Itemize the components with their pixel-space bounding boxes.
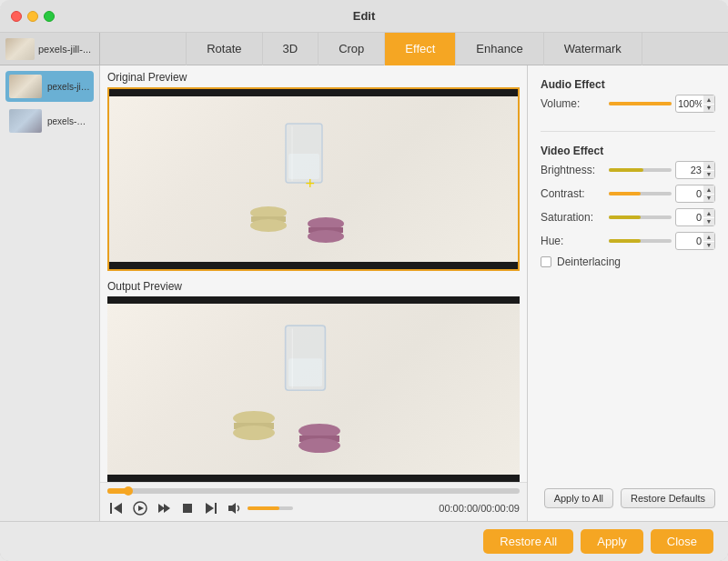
brightness-down-button[interactable]: ▼ [703, 171, 714, 179]
apply-to-all-button[interactable]: Apply to All [544, 488, 613, 508]
original-preview-label: Original Preview [100, 65, 527, 87]
tab-watermark[interactable]: Watermark [544, 33, 642, 65]
contrast-spinner-arrows: ▲ ▼ [703, 185, 714, 202]
maximize-window-button[interactable] [44, 11, 55, 22]
sidebar-thumb-2 [9, 109, 42, 133]
file-name-1: pexels-jill-... [38, 44, 91, 55]
apply-button[interactable]: Apply [581, 529, 643, 554]
volume-row: Volume: ▲ ▼ [541, 95, 715, 113]
hue-up-button[interactable]: ▲ [703, 233, 714, 241]
saturation-spinner-arrows: ▲ ▼ [703, 209, 714, 225]
volume-icon[interactable] [226, 499, 244, 517]
saturation-slider-container[interactable] [609, 211, 672, 224]
hue-spinner-arrows: ▲ ▼ [703, 233, 714, 249]
progress-bar[interactable] [107, 488, 520, 494]
brightness-up-button[interactable]: ▲ [703, 162, 714, 170]
skip-end-button[interactable] [202, 499, 220, 517]
restore-defaults-button[interactable]: Restore Defaults [621, 488, 715, 508]
original-video-content: + [109, 89, 518, 269]
svg-point-8 [308, 230, 344, 243]
original-video-frame: + [107, 87, 520, 271]
tab-enhance[interactable]: Enhance [456, 33, 543, 65]
sidebar: pexels-jill-... pexels-ko... [0, 65, 100, 521]
svg-rect-24 [183, 504, 192, 513]
output-video-content [107, 296, 520, 482]
macaron-2 [306, 216, 346, 247]
output-glass-prop [280, 324, 330, 398]
brightness-fill [609, 168, 643, 172]
macaron-1 [248, 205, 288, 236]
volume-up-button[interactable]: ▲ [703, 95, 714, 104]
svg-marker-21 [138, 506, 144, 511]
contrast-up-button[interactable]: ▲ [703, 185, 714, 194]
svg-marker-22 [158, 504, 165, 513]
volume-slider[interactable] [248, 506, 293, 510]
volume-spinner-arrows: ▲ ▼ [703, 95, 714, 112]
minimize-window-button[interactable] [27, 11, 38, 22]
title-bar: Edit [0, 0, 728, 33]
contrast-row: Contrast: ▲ ▼ [541, 185, 715, 203]
contrast-fill [609, 192, 641, 195]
restore-all-button[interactable]: Restore All [483, 529, 573, 554]
svg-marker-27 [228, 503, 236, 514]
video-effect-title: Video Effect [541, 145, 715, 157]
hue-slider-container[interactable] [609, 235, 672, 247]
tab-effect[interactable]: Effect [385, 33, 456, 65]
volume-track [609, 102, 672, 105]
tab-crop[interactable]: Crop [318, 33, 385, 65]
volume-fill [248, 506, 279, 510]
traffic-lights [11, 11, 55, 22]
sidebar-thumb-1 [9, 75, 42, 98]
contrast-down-button[interactable]: ▼ [703, 195, 714, 203]
file-tab-active[interactable]: pexels-jill-... [0, 33, 100, 65]
output-macaron-1 [231, 410, 277, 445]
svg-rect-10 [288, 359, 322, 387]
close-button[interactable]: Close [651, 529, 713, 554]
progress-handle[interactable] [124, 486, 133, 496]
volume-down-button[interactable]: ▼ [703, 105, 714, 113]
saturation-label: Saturation: [541, 211, 609, 224]
main-window: Edit pexels-jill-... Rotate 3D Crop Effe… [0, 0, 728, 561]
close-window-button[interactable] [11, 11, 22, 22]
saturation-down-button[interactable]: ▼ [703, 218, 714, 226]
right-panel-spacer [541, 277, 715, 479]
deinterlacing-label: Deinterlacing [557, 255, 621, 268]
sidebar-item-2[interactable]: pexels-ko... [5, 105, 94, 136]
brightness-slider-container[interactable] [609, 164, 672, 176]
tab-rotate[interactable]: Rotate [186, 33, 262, 65]
tabs-container: Rotate 3D Crop Effect Enhance Watermark [100, 33, 728, 65]
deinterlacing-row: Deinterlacing [541, 255, 715, 268]
output-macaron-2 [297, 423, 342, 457]
volume-slider-container[interactable] [609, 97, 672, 110]
sidebar-item-1[interactable]: pexels-jill-... [5, 71, 94, 102]
contrast-slider-container[interactable] [609, 187, 672, 200]
brightness-spinner[interactable]: ▲ ▼ [675, 161, 715, 179]
saturation-up-button[interactable]: ▲ [703, 209, 714, 217]
hue-fill [609, 239, 641, 243]
saturation-row: Saturation: ▲ ▼ [541, 208, 715, 226]
svg-rect-18 [110, 503, 112, 514]
svg-rect-26 [215, 503, 217, 514]
controls-row: 00:00:00/00:00:09 [107, 499, 520, 517]
play-button[interactable] [131, 499, 149, 517]
tab-3d[interactable]: 3D [263, 33, 319, 65]
deinterlacing-checkbox[interactable] [541, 256, 551, 267]
output-preview-label: Output Preview [100, 275, 527, 296]
stop-button[interactable] [178, 499, 197, 517]
step-forward-button[interactable] [155, 499, 173, 517]
volume-spinner[interactable]: ▲ ▼ [675, 95, 715, 113]
hue-track [609, 239, 672, 243]
contrast-label: Contrast: [541, 187, 609, 200]
main-content: pexels-jill-... pexels-ko... Original Pr… [0, 65, 728, 521]
contrast-spinner[interactable]: ▲ ▼ [675, 185, 715, 203]
saturation-spinner[interactable]: ▲ ▼ [675, 208, 715, 226]
apply-restore-row: Apply to All Restore Defaults [541, 488, 715, 508]
hue-spinner[interactable]: ▲ ▼ [675, 232, 715, 250]
brightness-spinner-arrows: ▲ ▼ [703, 162, 714, 178]
skip-start-button[interactable] [107, 499, 126, 517]
sidebar-label-1: pexels-jill-... [47, 82, 90, 92]
brightness-track [609, 168, 672, 172]
video-effect-section: Video Effect Brightness: ▲ ▼ [541, 145, 715, 268]
brightness-row: Brightness: ▲ ▼ [541, 161, 715, 179]
hue-down-button[interactable]: ▼ [703, 242, 714, 250]
